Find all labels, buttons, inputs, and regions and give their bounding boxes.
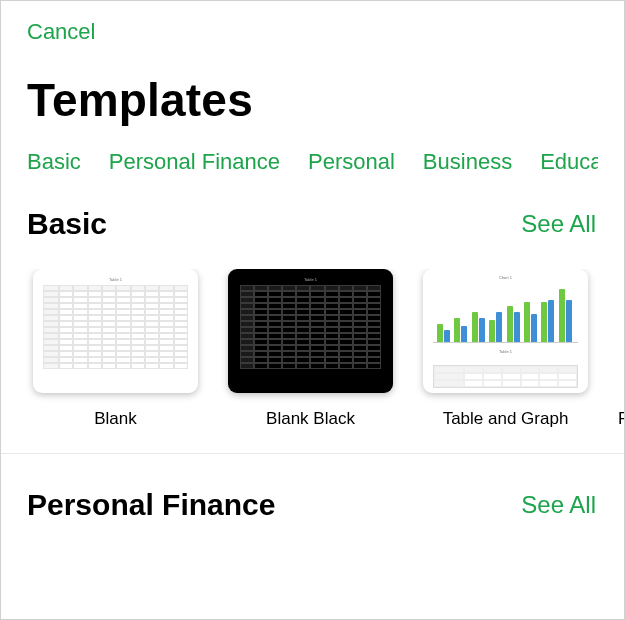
see-all-personal-finance-button[interactable]: See All	[521, 491, 596, 519]
section-basic: Basic See All Table 1 Blank Table 1	[1, 185, 624, 453]
template-blank-black-thumb: Table 1	[228, 269, 393, 393]
template-blank-black[interactable]: Table 1 Blank Black	[228, 269, 393, 429]
template-table-and-graph-thumb: Chart 1 Table 1	[423, 269, 588, 393]
bar-chart-icon	[433, 283, 578, 343]
see-all-basic-button[interactable]: See All	[521, 210, 596, 238]
thumb-graph-table-title: Table 1	[433, 349, 578, 354]
tab-personal[interactable]: Personal	[308, 149, 395, 175]
template-blank-black-label: Blank Black	[266, 409, 355, 429]
header: Cancel Templates Basic Personal Finance …	[1, 1, 624, 185]
tab-basic[interactable]: Basic	[27, 149, 81, 175]
thumb-black-title: Table 1	[240, 277, 381, 282]
spreadsheet-grid-icon	[43, 285, 188, 369]
cancel-button[interactable]: Cancel	[27, 19, 95, 45]
thumb-blank-title: Table 1	[43, 277, 188, 282]
template-blank-label: Blank	[94, 409, 137, 429]
templates-row-basic[interactable]: Table 1 Blank Table 1 Blank Black	[1, 269, 624, 453]
section-personal-finance-title: Personal Finance	[27, 488, 275, 522]
category-tabs: Basic Personal Finance Personal Business…	[27, 149, 598, 185]
template-table-and-graph-label: Table and Graph	[443, 409, 569, 429]
section-divider	[1, 453, 624, 454]
template-pivot[interactable]: Pivot Table Pivot Table	[618, 269, 624, 429]
section-personal-finance-header: Personal Finance See All	[1, 488, 624, 522]
tab-business[interactable]: Business	[423, 149, 512, 175]
tab-education[interactable]: Education	[540, 149, 598, 175]
page-title: Templates	[27, 73, 598, 127]
template-chooser: Cancel Templates Basic Personal Finance …	[0, 0, 625, 620]
template-blank[interactable]: Table 1 Blank	[33, 269, 198, 429]
spreadsheet-grid-dark-icon	[240, 285, 381, 369]
mini-table-icon	[433, 365, 578, 388]
section-basic-title: Basic	[27, 207, 107, 241]
section-basic-header: Basic See All	[1, 207, 624, 241]
template-blank-thumb: Table 1	[33, 269, 198, 393]
tab-personal-finance[interactable]: Personal Finance	[109, 149, 280, 175]
template-pivot-label: Pivot Table	[618, 409, 624, 429]
section-personal-finance: Personal Finance See All	[1, 462, 624, 550]
thumb-graph-title: Chart 1	[433, 275, 578, 280]
template-table-and-graph[interactable]: Chart 1 Table 1 Table and Graph	[423, 269, 588, 429]
